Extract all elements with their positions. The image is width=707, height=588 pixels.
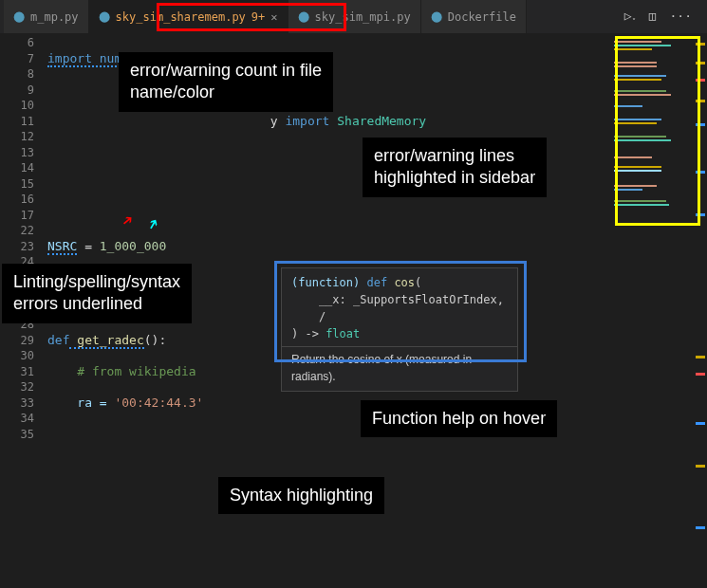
tab-next2[interactable]: ⬤ Dockerfile — [421, 0, 527, 33]
line-number: 10 — [0, 98, 34, 114]
line-number: 11 — [0, 114, 34, 130]
code-text: def — [47, 333, 69, 347]
annotation-syntax: Syntax highlighting — [218, 477, 384, 514]
line-number: 9 — [0, 83, 34, 99]
tab-prev[interactable]: ⬤ m_mp.py — [4, 0, 89, 33]
python-icon: ⬤ — [13, 10, 25, 23]
docker-icon: ⬤ — [431, 10, 442, 23]
line-number: 14 — [0, 160, 34, 176]
code-text: ra = — [77, 395, 114, 410]
line-number: 31 — [0, 364, 34, 380]
annotation-lint: Linting/spelling/syntaxerrors underlined — [2, 264, 192, 323]
annotation-sidebar: error/warning lineshighlighted in sideba… — [363, 138, 547, 197]
split-editor-icon[interactable]: ◫ — [649, 9, 657, 26]
code-text: (): — [144, 333, 166, 347]
code-text: get_radec — [69, 333, 143, 349]
code-text: '00:42:44.3' — [114, 395, 203, 410]
line-number: 17 — [0, 208, 34, 224]
line-number: 22 — [0, 223, 34, 239]
code-text: NSRC — [47, 239, 77, 255]
line-number: 8 — [0, 66, 34, 83]
line-number: 7 — [0, 51, 34, 67]
more-icon[interactable]: ··· — [670, 9, 692, 26]
line-number: 16 — [0, 192, 34, 208]
annotation-hover: Function help on hover — [361, 400, 557, 437]
line-number: 12 — [0, 129, 34, 145]
line-number: 30 — [0, 348, 34, 364]
run-icon[interactable]: ▷˅ — [624, 9, 636, 26]
python-icon: ⬤ — [99, 10, 110, 23]
code-text: # from wikipedia — [77, 364, 195, 378]
line-number: 29 — [0, 333, 34, 349]
callout-box-sidebar — [615, 36, 700, 226]
code-text: y import SharedMemory — [47, 114, 426, 128]
line-number: 13 — [0, 145, 34, 161]
editor-toolbar: ▷˅ ◫ ··· — [624, 9, 703, 26]
annotation-tab: error/warning count in filename/color — [119, 52, 333, 112]
callout-box-tab — [157, 3, 346, 31]
line-number: 6 — [0, 35, 34, 51]
line-number: 33 — [0, 395, 34, 412]
tab-label: m_mp.py — [30, 10, 79, 24]
line-number: 35 — [0, 427, 34, 443]
line-number: 34 — [0, 411, 34, 427]
code-text: = — [77, 239, 99, 253]
line-number: 15 — [0, 176, 34, 193]
line-number: 23 — [0, 239, 34, 255]
code-text: 1_000_000 — [100, 239, 166, 253]
line-number: 32 — [0, 379, 34, 395]
callout-box-hover — [274, 261, 527, 362]
tab-bar: ⬤ m_mp.py ⬤ sky_sim_sharemem.py 9+ ✕ ⬤ s… — [0, 0, 707, 33]
tab-label: Dockerfile — [448, 10, 516, 24]
